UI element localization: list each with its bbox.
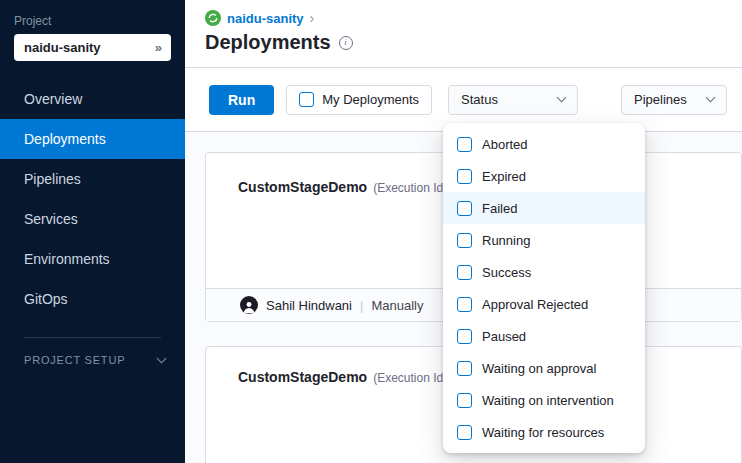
status-option-label: Waiting on intervention: [482, 393, 614, 408]
status-option-failed[interactable]: Failed: [443, 192, 645, 224]
status-option-waiting-for-resources[interactable]: Waiting for resources: [443, 416, 645, 448]
sidebar-item-pipelines[interactable]: Pipelines: [0, 159, 185, 199]
status-filter-label: Status: [461, 92, 498, 107]
status-option-aborted[interactable]: Aborted: [443, 128, 645, 160]
status-option-waiting-on-approval[interactable]: Waiting on approval: [443, 352, 645, 384]
status-option-running[interactable]: Running: [443, 224, 645, 256]
chevron-down-icon: [706, 93, 716, 103]
sidebar-item-services[interactable]: Services: [0, 199, 185, 239]
status-option-success[interactable]: Success: [443, 256, 645, 288]
project-label: Project: [0, 0, 185, 34]
status-option-label: Success: [482, 265, 531, 280]
page-title: Deployments: [205, 31, 331, 54]
footer-separator: |: [360, 298, 363, 313]
checkbox-icon[interactable]: [457, 297, 472, 312]
status-option-label: Running: [482, 233, 530, 248]
checkbox-icon[interactable]: [457, 233, 472, 248]
project-setup-toggle[interactable]: PROJECT SETUP: [0, 338, 185, 366]
my-deployments-toggle[interactable]: My Deployments: [286, 85, 432, 115]
status-option-expired[interactable]: Expired: [443, 160, 645, 192]
status-option-label: Approval Rejected: [482, 297, 588, 312]
cd-module-icon: [205, 10, 221, 26]
status-option-approval-rejected[interactable]: Approval Rejected: [443, 288, 645, 320]
checkbox-icon[interactable]: [457, 265, 472, 280]
sidebar-item-deployments[interactable]: Deployments: [0, 119, 185, 159]
app-root: Project naidu-sanity » Overview Deployme…: [0, 0, 742, 463]
chevron-down-icon: [157, 353, 167, 363]
status-option-label: Aborted: [482, 137, 528, 152]
status-option-label: Waiting for resources: [482, 425, 604, 440]
status-option-label: Waiting on approval: [482, 361, 596, 376]
sidebar-item-gitops[interactable]: GitOps: [0, 279, 185, 319]
checkbox-icon[interactable]: [457, 329, 472, 344]
pipeline-name[interactable]: CustomStageDemo: [238, 179, 367, 195]
breadcrumb: naidu-sanity ›: [205, 10, 742, 26]
checkbox-icon[interactable]: [457, 425, 472, 440]
sidebar-item-environments[interactable]: Environments: [0, 239, 185, 279]
execution-id-label: (Execution Id: [373, 181, 443, 195]
sidebar-nav: Overview Deployments Pipelines Services …: [0, 79, 185, 319]
pipeline-name[interactable]: CustomStageDemo: [238, 369, 367, 385]
status-option-label: Paused: [482, 329, 526, 344]
checkbox-icon[interactable]: [457, 169, 472, 184]
my-deployments-label: My Deployments: [322, 92, 419, 107]
title-row: Deployments i: [205, 26, 742, 67]
info-icon[interactable]: i: [339, 36, 353, 50]
status-option-label: Failed: [482, 201, 517, 216]
execution-id-label: (Execution Id: [373, 371, 443, 385]
checkbox-icon[interactable]: [457, 137, 472, 152]
double-chevron-icon: »: [155, 40, 162, 55]
status-option-paused[interactable]: Paused: [443, 320, 645, 352]
run-button[interactable]: Run: [209, 85, 274, 115]
chevron-down-icon: [557, 93, 567, 103]
status-filter-menu: Aborted Expired Failed Running Success A…: [443, 123, 645, 453]
project-selector[interactable]: naidu-sanity »: [14, 34, 171, 61]
breadcrumb-project-link[interactable]: naidu-sanity: [227, 11, 304, 26]
status-filter-dropdown[interactable]: Status: [448, 85, 578, 115]
page-header: naidu-sanity › Deployments i: [185, 0, 742, 68]
pipelines-filter-label: Pipelines: [634, 92, 687, 107]
status-option-waiting-on-intervention[interactable]: Waiting on intervention: [443, 384, 645, 416]
trigger-type-label: Manually: [371, 298, 423, 313]
my-deployments-checkbox[interactable]: [299, 92, 314, 107]
checkbox-icon[interactable]: [457, 361, 472, 376]
status-option-label: Expired: [482, 169, 526, 184]
sidebar-item-overview[interactable]: Overview: [0, 79, 185, 119]
trigger-user-name: Sahil Hindwani: [266, 298, 352, 313]
breadcrumb-chevron-icon: ›: [310, 10, 315, 26]
user-avatar-icon: [240, 296, 258, 314]
pipelines-filter-dropdown[interactable]: Pipelines: [621, 85, 727, 115]
checkbox-icon[interactable]: [457, 393, 472, 408]
checkbox-icon[interactable]: [457, 201, 472, 216]
project-name: naidu-sanity: [24, 40, 101, 55]
project-setup-label: PROJECT SETUP: [24, 354, 125, 366]
sidebar: Project naidu-sanity » Overview Deployme…: [0, 0, 185, 463]
